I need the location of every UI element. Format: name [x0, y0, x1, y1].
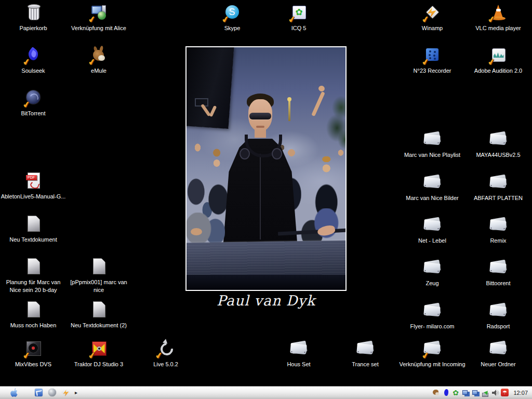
icq-tray-icon[interactable]: ✿ [451, 389, 460, 397]
overflow-chevron-icon[interactable]: ▸ [75, 388, 84, 397]
folder-icon [489, 301, 508, 320]
icon-label: Live 5.0.2 [132, 361, 200, 368]
desktop-icon-flyer-milaro-com[interactable]: Flyer- milaro.com [398, 301, 466, 330]
n23-icon: ✔ [423, 46, 442, 64]
desktop-icon-bittoorent-folder[interactable]: Bittoorent [464, 258, 532, 287]
desktop-icon-emule[interactable]: ✔eMule [65, 46, 132, 75]
icq-icon: ✿✔ [290, 3, 308, 21]
icon-label: Soulseek [0, 67, 67, 75]
icon-label: Traktor DJ Studio 3 [65, 361, 132, 368]
desktop-icon-marc-van-nice-bilder[interactable]: Marc van Nice Bilder [398, 173, 466, 202]
desktop-icon-neu-textdokument-2[interactable]: Neu Textdokument (2) [65, 300, 132, 329]
desktop-icon-adobe-audition-20[interactable]: ✔Adobe Audition 2.0 [464, 46, 532, 75]
folder-icon [423, 258, 442, 276]
doc-icon [90, 300, 108, 318]
desktop-icon-maya44usbv25[interactable]: MAYA44USBv2.5 [464, 130, 532, 159]
desktop-icon-live-502[interactable]: ✔Live 5.0.2 [132, 339, 200, 368]
icon-label: Radsport [464, 323, 532, 330]
taskbar-clock[interactable]: 12:07 [513, 387, 528, 399]
internet-sphere-quick-icon[interactable] [48, 388, 57, 397]
doc-icon [90, 257, 108, 275]
bittorrent-icon: ✔ [24, 88, 43, 107]
desktop-icon-bittorrent[interactable]: ✔BitTorrent [0, 88, 67, 117]
desktop-icon-abletonlive5-manual[interactable]: PDFAbletonLive5-Manual-G... [0, 171, 67, 201]
icon-label: Muss noch Haben [0, 322, 67, 329]
shortcut-overlay-icon: ✔ [87, 351, 96, 360]
desktop-icon-radsport[interactable]: Radsport [464, 301, 532, 330]
desktop-icon-traktor-dj-studio-3[interactable]: ✔Traktor DJ Studio 3 [65, 339, 132, 368]
desktop-icon-mixvibes-dvs[interactable]: ✔MixVibes DVS [0, 339, 67, 368]
photo-desk-front [187, 275, 345, 290]
avira-tray-icon[interactable]: ☂ [501, 389, 509, 397]
shortcut-overlay-icon: ✔ [22, 351, 30, 360]
desktop-icon-net-lebel[interactable]: Net - Lebel [398, 216, 466, 245]
desktop-icon-remix[interactable]: Remix [464, 216, 532, 245]
icon-label: MAYA44USBv2.5 [464, 151, 532, 159]
emule-icon: ✔ [90, 46, 108, 64]
soulseek-tray-icon[interactable] [442, 389, 450, 397]
audition-icon: ✔ [489, 46, 508, 64]
desktop-icon-skype[interactable]: S✔Skype [198, 3, 266, 32]
desktop-icon-marc-van-nice-playlist[interactable]: Marc van Nice Playlist [398, 130, 466, 159]
icon-label: Trance set [331, 361, 399, 368]
doc-icon [24, 215, 43, 233]
system-tray: ✿☂ [432, 387, 509, 399]
icon-label: ICQ 5 [265, 24, 332, 32]
folder-icon: ✔ [423, 339, 442, 357]
desktop-icon-vlc-media-player[interactable]: ✔VLC media player [464, 3, 532, 32]
desktop-icon-muss-noch-haben[interactable]: Muss noch Haben [0, 300, 67, 329]
icon-label: BitTorrent [0, 110, 67, 117]
icon-label: Hous Set [265, 361, 332, 368]
winamp-quick-icon[interactable] [61, 388, 71, 397]
icon-label: VLC media player [464, 24, 532, 32]
shortcut-overlay-icon: ✔ [22, 100, 30, 109]
desktop-icon-icq-5[interactable]: ✿✔ICQ 5 [265, 3, 332, 32]
icon-label: Adobe Audition 2.0 [464, 67, 532, 75]
shortcut-overlay-icon: ✔ [154, 351, 163, 360]
folder-icon [356, 339, 375, 357]
icon-label: Remix [464, 237, 532, 245]
photo-bystander-right [298, 208, 345, 245]
desktop-icon-papierkorb[interactable]: Papierkorb [0, 3, 67, 32]
start-button-apple[interactable] [8, 388, 20, 398]
desktop-icon-neuer-ordner[interactable]: Neuer Ordner [464, 339, 532, 368]
desktop-icon-soulseek[interactable]: ✔Soulseek [0, 46, 67, 75]
photo-dj-hand-left [191, 228, 202, 235]
icon-label: Neu Textdokument [0, 236, 67, 244]
desktop-icon-abfart-platten[interactable]: ABFART PLATTEN [464, 173, 532, 202]
emule-tray-icon[interactable] [432, 389, 440, 397]
live-icon: ✔ [157, 339, 175, 357]
icon-label: Bittoorent [464, 280, 532, 287]
icon-label: Zeug [398, 280, 466, 287]
desktop-icon-verknuepfung-mit-incoming[interactable]: ✔Verknüpfung mit Incoming [398, 339, 466, 368]
icon-label: Winamp [398, 24, 466, 32]
photo-dj-desk [185, 241, 347, 279]
shortcut-overlay-icon: ✔ [221, 15, 229, 24]
icon-label: [pPpmix001] marc vannice [65, 278, 132, 294]
shortcut-overlay-icon: ✔ [421, 15, 429, 24]
wallpaper-caption: Paul van Dyk [185, 291, 347, 311]
desktop-icon-n23-recorder[interactable]: ✔N°23 Recorder [398, 46, 466, 75]
shortcut-overlay-icon: ✔ [22, 58, 30, 66]
desktop-icon-hous-set[interactable]: Hous Set [265, 339, 332, 368]
desktop-icon-ppmix001-marc-van-nice[interactable]: [pPpmix001] marc vannice [65, 257, 132, 294]
network-2-tray-icon[interactable] [471, 389, 480, 397]
shortcut-overlay-icon: ✔ [87, 58, 96, 66]
volume-tray-icon[interactable] [491, 389, 499, 397]
desktop-icon-trance-set[interactable]: Trance set [331, 339, 399, 368]
desktop-icon-neu-textdokument[interactable]: Neu Textdokument [0, 215, 67, 244]
photo-headphone-cup-left [240, 148, 250, 159]
desktop-icon-zeug[interactable]: Zeug [398, 258, 466, 287]
desktop: Paul van Dyk Papierkorb✔Verknüpfung mit … [0, 0, 532, 399]
desktop-icon-winamp[interactable]: ✔Winamp [398, 3, 466, 32]
wallpaper-photo [185, 46, 347, 291]
shortcut-overlay-icon: ✔ [487, 58, 495, 66]
network-1-tray-icon[interactable] [461, 389, 470, 397]
desktop-icon-verknuepfung-mit-alice[interactable]: ✔Verknüpfung mit Alice [65, 3, 132, 32]
usb-device-tray-icon[interactable] [481, 389, 489, 397]
photo-dj-zipper [260, 154, 261, 240]
desktop-icon-planung-fuer-marc[interactable]: Planung für Marc vanNice sein 20 b-day [0, 257, 67, 294]
show-desktop-quick-icon[interactable] [34, 388, 44, 397]
icon-label: ABFART PLATTEN [464, 194, 532, 202]
shortcut-overlay-icon: ✔ [287, 15, 296, 24]
